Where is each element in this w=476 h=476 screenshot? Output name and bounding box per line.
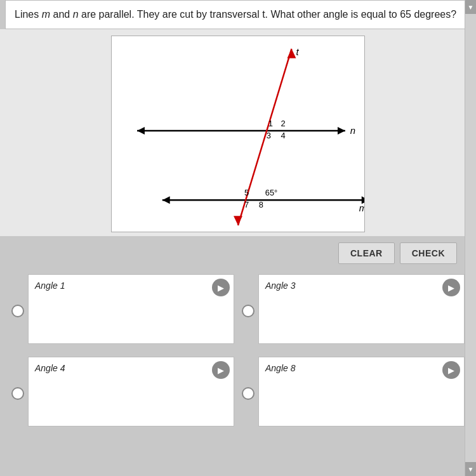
answer-cell-angle1: Angle 1 ▶ (8, 268, 238, 350)
answer-cell-angle8: Angle 8 ▶ (238, 350, 468, 433)
scrollbar: ▼ ▼ (465, 0, 476, 476)
question-box: Lines m and n are parallel. They are cut… (5, 0, 471, 29)
angle8-label: Angle 8 (265, 363, 295, 373)
radio-angle8[interactable] (242, 387, 255, 400)
speaker-angle3[interactable]: ▶ (442, 279, 460, 296)
diagram: n m t 1 2 3 4 5 65° 7 8 (111, 36, 365, 232)
transversal-label: t (296, 47, 299, 57)
speaker-angle1[interactable]: ▶ (212, 279, 230, 296)
angle-7-label: 7 (244, 200, 249, 209)
answer-cell-angle3: Angle 3 ▶ (238, 268, 468, 350)
answer-cell-angle4: Angle 4 ▶ (8, 350, 238, 433)
clear-button[interactable]: CLEAR (338, 242, 395, 264)
radio-angle4[interactable] (11, 387, 24, 400)
svg-marker-2 (338, 127, 345, 135)
angle-3-label: 3 (267, 131, 271, 140)
angle-8-label: 8 (259, 200, 263, 209)
angle3-label: Angle 3 (265, 281, 295, 291)
diagram-container: n m t 1 2 3 4 5 65° 7 8 (0, 29, 476, 236)
line-n-label: n (350, 126, 355, 136)
answer-card-angle1[interactable]: Angle 1 ▶ (28, 274, 234, 344)
radio-angle1[interactable] (11, 305, 24, 317)
svg-marker-1 (137, 127, 145, 135)
angle-2-label: 2 (281, 119, 286, 128)
answer-card-angle3[interactable]: Angle 3 ▶ (258, 274, 465, 344)
svg-marker-8 (234, 216, 242, 225)
speaker-angle4[interactable]: ▶ (212, 361, 230, 379)
answers-grid: Angle 1 ▶ Angle 3 ▶ Angle 4 ▶ Angle 8 ▶ (0, 268, 476, 433)
answer-card-angle4[interactable]: Angle 4 ▶ (28, 357, 234, 426)
angle1-label: Angle 1 (35, 281, 65, 291)
svg-marker-7 (287, 49, 296, 58)
angle-65-label: 65° (265, 188, 278, 197)
speaker-angle8[interactable]: ▶ (442, 361, 460, 379)
scroll-down-arrow-2[interactable]: ▼ (465, 462, 477, 476)
answer-card-angle8[interactable]: Angle 8 ▶ (258, 357, 465, 426)
check-button[interactable]: CHECK (400, 242, 457, 264)
question-text: Lines m and n are parallel. They are cut… (15, 9, 456, 20)
radio-angle3[interactable] (242, 305, 255, 317)
angle4-label: Angle 4 (35, 363, 65, 373)
angle-1-label: 1 (268, 119, 273, 128)
buttons-row: CLEAR CHECK (0, 236, 476, 268)
svg-marker-4 (162, 196, 170, 204)
scroll-down-arrow-1[interactable]: ▼ (465, 0, 477, 14)
diagram-svg: n m t 1 2 3 4 5 65° 7 8 (112, 36, 364, 232)
angle-4-label: 4 (281, 131, 286, 140)
angle-5-label: 5 (244, 188, 249, 197)
line-m-label: m (359, 203, 364, 213)
